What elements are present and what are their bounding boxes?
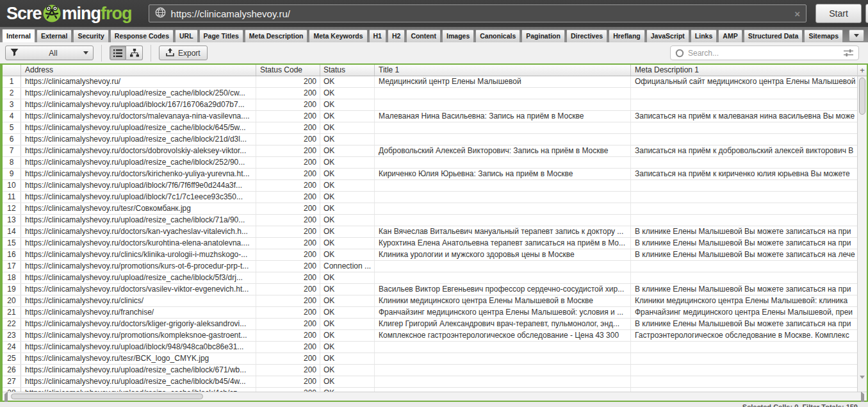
cell-status[interactable]: OK — [320, 111, 375, 122]
cell-status-code[interactable]: 200 — [256, 330, 320, 341]
cell-meta-description[interactable]: В клинике Елены Малышевой Вы можете запи… — [631, 238, 857, 249]
table-row[interactable]: 11https://clinicamalyshevoy.ru/upload/ib… — [3, 192, 857, 203]
cell-title[interactable] — [375, 99, 631, 110]
cell-status-code[interactable]: 200 — [256, 226, 320, 237]
cell-status-code[interactable]: 200 — [256, 295, 320, 306]
cell-status-code[interactable]: 200 — [256, 134, 320, 145]
table-row[interactable]: 13https://clinicamalyshevoy.ru/upload/re… — [3, 215, 857, 226]
search-input[interactable] — [688, 49, 844, 58]
cell-address[interactable]: https://clinicamalyshevoy.ru/promotions/… — [21, 261, 256, 272]
column-header-meta-description-1[interactable]: Meta Description 1 — [631, 65, 857, 76]
cell-address[interactable]: https://clinicamalyshevoy.ru/doctors/kur… — [21, 238, 256, 249]
cell-title[interactable] — [375, 353, 631, 364]
tab-sitemaps[interactable]: Sitemaps — [804, 29, 843, 42]
cell-status-code[interactable]: 200 — [256, 203, 320, 214]
cell-meta-description[interactable] — [631, 122, 857, 133]
filter-dropdown[interactable]: All — [5, 46, 94, 60]
tab-images[interactable]: Images — [442, 29, 474, 42]
tab-url[interactable]: URL — [175, 29, 198, 42]
cell-status-code[interactable]: 200 — [256, 99, 320, 110]
cell-address[interactable]: https://clinicamalyshevoy.ru/upload/resi… — [21, 376, 256, 387]
cell-address[interactable]: https://clinicamalyshevoy.ru/upload/iblo… — [21, 180, 256, 191]
column-header-address[interactable]: Address — [21, 65, 256, 76]
table-row[interactable]: 18https://clinicamalyshevoy.ru/upload/re… — [3, 272, 857, 284]
table-row[interactable]: 20https://clinicamalyshevoy.ru/clinics/2… — [3, 295, 857, 307]
table-row[interactable]: 27https://clinicamalyshevoy.ru/upload/re… — [3, 376, 857, 388]
cell-status-code[interactable]: 200 — [256, 307, 320, 318]
cell-title[interactable]: Комплексное гастроэнтерологическое обсле… — [375, 330, 631, 341]
cell-address[interactable]: https://clinicamalyshevoy.ru/promotions/… — [21, 330, 256, 341]
cell-status-code[interactable]: 200 — [256, 319, 320, 329]
cell-meta-description[interactable]: В клинике Елены Малышевой Вы можете запи… — [631, 249, 857, 260]
search-box[interactable] — [670, 46, 859, 60]
cell-address[interactable]: https://clinicamalyshevoy.ru/doctors/mal… — [21, 111, 256, 122]
cell-address[interactable]: https://clinicamalyshevoy.ru/doctors/vas… — [21, 284, 256, 295]
table-row[interactable]: 15https://clinicamalyshevoy.ru/doctors/k… — [3, 238, 857, 249]
table-row[interactable]: 6https://clinicamalyshevoy.ru/upload/res… — [3, 134, 857, 145]
cell-meta-description[interactable]: Франчайзинг медицинского центра Елены Ма… — [631, 307, 857, 318]
cell-meta-description[interactable]: Официальный сайт медицинского центра Еле… — [631, 76, 857, 87]
table-row[interactable]: 3https://clinicamalyshevoy.ru/upload/ibl… — [3, 99, 857, 111]
column-header-status[interactable]: Status — [320, 65, 375, 76]
clear-url-icon[interactable]: × — [789, 8, 806, 19]
tabs-overflow-button[interactable] — [849, 29, 864, 42]
cell-title[interactable]: Клигер Григорий Александрович врач-терап… — [375, 319, 631, 329]
tab-security[interactable]: Security — [73, 29, 108, 42]
cell-status[interactable]: OK — [320, 353, 375, 364]
cell-status-code[interactable]: 200 — [256, 342, 320, 353]
cell-title[interactable] — [375, 134, 631, 145]
table-row[interactable]: 24https://clinicamalyshevoy.ru/upload/ib… — [3, 342, 857, 353]
cell-address[interactable]: https://clinicamalyshevoy.ru/upload/resi… — [21, 272, 256, 283]
cell-meta-description[interactable] — [631, 134, 857, 145]
cell-title[interactable]: Добровольский Алексей Викторович: Запись… — [375, 145, 631, 156]
tab-javascript[interactable]: JavaScript — [646, 29, 689, 42]
edge-cropped-button[interactable] — [865, 4, 868, 23]
vertical-scrollbar[interactable]: + — [857, 65, 867, 392]
cell-title[interactable] — [375, 376, 631, 387]
cell-title[interactable] — [375, 88, 631, 99]
table-row[interactable]: 23https://clinicamalyshevoy.ru/promotion… — [3, 330, 857, 342]
cell-address[interactable]: https://clinicamalyshevoy.ru/franchise/ — [21, 307, 256, 318]
table-row[interactable]: 26https://clinicamalyshevoy.ru/upload/re… — [3, 365, 857, 376]
tab-external[interactable]: External — [37, 29, 72, 42]
cell-status-code[interactable]: 200 — [256, 169, 320, 179]
tab-structured-data[interactable]: Structured Data — [744, 29, 803, 42]
cell-status[interactable]: OK — [320, 365, 375, 376]
cell-address[interactable]: https://clinicamalyshevoy.ru/upload/resi… — [21, 365, 256, 376]
cell-address[interactable]: https://clinicamalyshevoy.ru/upload/resi… — [21, 122, 256, 133]
cell-status[interactable]: OK — [320, 376, 375, 387]
table-row[interactable]: 8https://clinicamalyshevoy.ru/upload/res… — [3, 157, 857, 169]
cell-status[interactable]: OK — [320, 157, 375, 168]
cell-status[interactable]: OK — [320, 295, 375, 306]
table-row[interactable]: 21https://clinicamalyshevoy.ru/franchise… — [3, 307, 857, 319]
url-input[interactable] — [171, 8, 789, 19]
cell-status[interactable]: OK — [320, 203, 375, 214]
tab-pagination[interactable]: Pagination — [521, 29, 565, 42]
cell-title[interactable]: Курохтина Елена Анатольевна терапевт зап… — [375, 238, 631, 249]
cell-title[interactable] — [375, 180, 631, 191]
tree-view-button[interactable] — [126, 46, 143, 60]
tab-links[interactable]: Links — [691, 29, 717, 42]
tab-h2[interactable]: H2 — [388, 29, 405, 42]
cell-title[interactable]: Малеваная Нина Васильевна: Запись на при… — [375, 111, 631, 122]
cell-title[interactable]: Франчайзинг медицинского центра Елены Ма… — [375, 307, 631, 318]
cell-status[interactable]: OK — [320, 272, 375, 283]
cell-status-code[interactable]: 200 — [256, 88, 320, 99]
table-row[interactable]: 9https://clinicamalyshevoy.ru/doctors/ki… — [3, 169, 857, 180]
export-button[interactable]: Export — [159, 46, 208, 60]
list-view-button[interactable] — [110, 46, 126, 60]
cell-meta-description[interactable]: В клинике Елены Малышевой Вы можете запи… — [631, 226, 857, 237]
cell-meta-description[interactable] — [631, 353, 857, 364]
cell-title[interactable] — [375, 261, 631, 272]
cell-status[interactable]: OK — [320, 192, 375, 203]
table-row[interactable]: 19https://clinicamalyshevoy.ru/doctors/v… — [3, 284, 857, 295]
cell-address[interactable]: https://clinicamalyshevoy.ru/tesr/BCK_lo… — [21, 353, 256, 364]
cell-status[interactable]: OK — [320, 134, 375, 145]
cell-status[interactable]: OK — [320, 88, 375, 99]
horizontal-scrollbar-thumb[interactable] — [11, 394, 203, 399]
cell-address[interactable]: https://clinicamalyshevoy.ru/ — [21, 76, 256, 87]
cell-title[interactable] — [375, 215, 631, 226]
tab-meta-keywords[interactable]: Meta Keywords — [309, 29, 367, 42]
cell-status-code[interactable]: 200 — [256, 238, 320, 249]
search-options-icon[interactable] — [844, 49, 853, 57]
